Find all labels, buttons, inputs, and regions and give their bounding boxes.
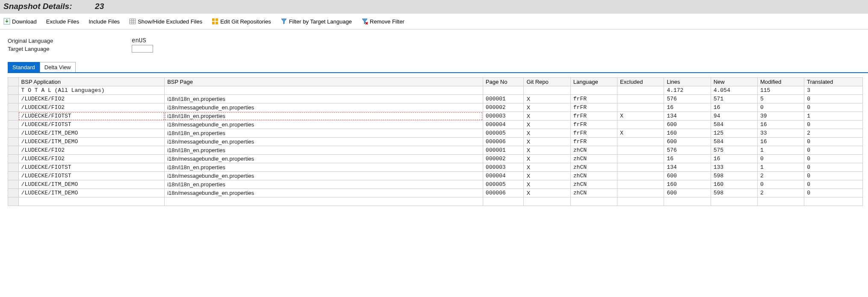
row-selector[interactable] [8, 95, 19, 103]
cell-git: X [524, 138, 570, 146]
svg-rect-9 [216, 22, 218, 24]
row-selector[interactable] [8, 155, 19, 163]
cell [524, 197, 570, 206]
col-bsp-application[interactable]: BSP Application [18, 78, 165, 86]
table-row[interactable]: /LUDECKE/FIOTSTi18n/i18n_en.properties00… [8, 163, 863, 172]
row-selector[interactable] [8, 138, 19, 146]
cell-modified: 16 [757, 138, 804, 146]
showhide-excluded-button[interactable]: Show/Hide Excluded Files [129, 18, 202, 25]
table-row[interactable]: /LUDECKE/FIOTSTi18n/i18n_en.properties00… [8, 112, 863, 121]
cell-translated: 0 [804, 189, 863, 197]
table-row[interactable]: /LUDECKE/FIOTSTi18n/messagebundle_en.pro… [8, 121, 863, 129]
cell-modified: 5 [757, 95, 804, 103]
row-selector[interactable] [8, 172, 19, 180]
table-row[interactable]: /LUDECKE/FIO2i18n/messagebundle_en.prope… [8, 155, 863, 163]
header-bar: Snapshot Details: 23 [0, 0, 868, 14]
original-language-label: Original Language [8, 38, 132, 44]
cell-excluded [617, 172, 664, 180]
cell-new: 94 [711, 112, 757, 121]
target-language-label: Target Language [8, 46, 132, 52]
col-git-repo[interactable]: Git Repo [524, 78, 570, 86]
cell-app: /LUDECKE/ITM_DEMO [18, 138, 165, 146]
cell [165, 197, 483, 206]
row-selector[interactable] [8, 112, 19, 121]
col-new[interactable]: New [711, 78, 757, 86]
cell-lines: 160 [664, 180, 711, 189]
table-row[interactable]: /LUDECKE/FIO2i18n/messagebundle_en.prope… [8, 103, 863, 112]
cell-git: X [524, 180, 570, 189]
cell [18, 197, 165, 206]
cell-modified: 2 [757, 189, 804, 197]
cell-lang: zhCN [570, 189, 617, 197]
cell-page: i18n/messagebundle_en.properties [165, 138, 483, 146]
table-row[interactable]: /LUDECKE/ITM_DEMOi18n/i18n_en.properties… [8, 129, 863, 138]
remove-filter-button[interactable]: Remove Filter [361, 18, 404, 25]
download-button[interactable]: Download [3, 18, 37, 25]
header-row: BSP Application BSP Page Page No Git Rep… [8, 78, 863, 86]
row-selector[interactable] [8, 189, 19, 197]
cell-lines: 600 [664, 172, 711, 180]
table-row[interactable]: /LUDECKE/ITM_DEMOi18n/i18n_en.properties… [8, 180, 863, 189]
cell-pageno: 000002 [483, 155, 524, 163]
cell [483, 197, 524, 206]
row-selector[interactable] [8, 129, 19, 138]
edit-git-button[interactable]: Edit Git Repositories [212, 18, 271, 25]
row-selector[interactable] [8, 86, 19, 95]
table-row[interactable]: /LUDECKE/FIO2i18n/i18n_en.properties0000… [8, 146, 863, 155]
cell-lines: 600 [664, 121, 711, 129]
tab-delta-view[interactable]: Delta View [40, 62, 76, 72]
exclude-files-button[interactable]: Exclude Files [46, 18, 79, 25]
row-selector-header[interactable] [8, 78, 19, 86]
col-language[interactable]: Language [570, 78, 617, 86]
table-row[interactable]: /LUDECKE/FIOTSTi18n/messagebundle_en.pro… [8, 172, 863, 180]
cell [524, 86, 570, 95]
cell-git: X [524, 121, 570, 129]
cell-page: i18n/i18n_en.properties [165, 112, 483, 121]
col-excluded[interactable]: Excluded [617, 78, 664, 86]
cell-modified: 16 [757, 121, 804, 129]
cell-pageno: 000005 [483, 180, 524, 189]
col-bsp-page[interactable]: BSP Page [165, 78, 483, 86]
cell-pageno: 000003 [483, 163, 524, 172]
row-selector[interactable] [8, 180, 19, 189]
table-row[interactable]: /LUDECKE/ITM_DEMOi18n/messagebundle_en.p… [8, 189, 863, 197]
page-title: Snapshot Details: [3, 2, 72, 11]
filter-button[interactable]: Filter by Target Language [280, 18, 352, 25]
include-files-button[interactable]: Include Files [89, 18, 120, 25]
cell-app: /LUDECKE/FIO2 [18, 103, 165, 112]
col-page-no[interactable]: Page No [483, 78, 524, 86]
cell-lines: 134 [664, 163, 711, 172]
cell-translated: 0 [804, 146, 863, 155]
cell-page: i18n/i18n_en.properties [165, 129, 483, 138]
funnel-icon [280, 18, 287, 25]
tab-standard[interactable]: Standard [8, 62, 40, 72]
col-translated[interactable]: Translated [804, 78, 863, 86]
cell-page: i18n/messagebundle_en.properties [165, 121, 483, 129]
col-lines[interactable]: Lines [664, 78, 711, 86]
cell-lines: 160 [664, 129, 711, 138]
cell [757, 197, 804, 206]
total-row[interactable]: T O T A L (All Languages)4.1724.0541153 [8, 86, 863, 95]
cell-pageno: 000003 [483, 112, 524, 121]
cell-app: /LUDECKE/FIO2 [18, 95, 165, 103]
row-selector[interactable] [8, 163, 19, 172]
row-selector[interactable] [8, 103, 19, 112]
cell-translated: 0 [804, 95, 863, 103]
table-row[interactable]: /LUDECKE/FIO2i18n/i18n_en.properties0000… [8, 95, 863, 103]
cell-page: i18n/messagebundle_en.properties [165, 103, 483, 112]
cell-lang: frFR [570, 129, 617, 138]
funnel-remove-icon [361, 18, 368, 25]
cell-app: /LUDECKE/FIOTST [18, 121, 165, 129]
row-selector[interactable] [8, 121, 19, 129]
cell-excluded [617, 103, 664, 112]
tab-strip: Standard Delta View [8, 62, 868, 73]
data-grid[interactable]: BSP Application BSP Page Page No Git Rep… [8, 77, 863, 206]
target-language-input[interactable] [132, 45, 153, 53]
col-modified[interactable]: Modified [757, 78, 804, 86]
total-label: T O T A L (All Languages) [18, 86, 165, 95]
row-selector[interactable] [8, 197, 19, 206]
cell-excluded [617, 95, 664, 103]
table-row[interactable]: /LUDECKE/ITM_DEMOi18n/messagebundle_en.p… [8, 138, 863, 146]
row-selector[interactable] [8, 146, 19, 155]
cell-excluded [617, 180, 664, 189]
